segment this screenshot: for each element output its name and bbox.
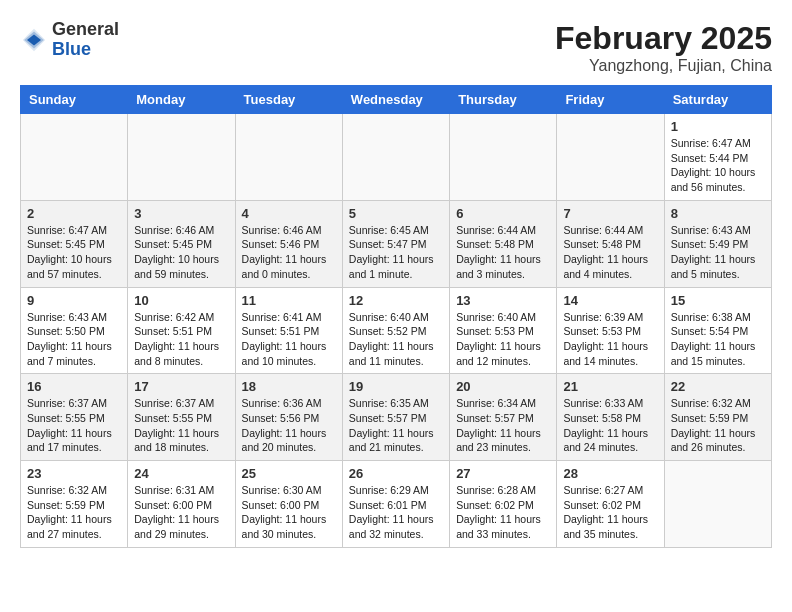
day-info: Sunrise: 6:29 AM Sunset: 6:01 PM Dayligh…	[349, 483, 443, 542]
calendar-cell: 14Sunrise: 6:39 AM Sunset: 5:53 PM Dayli…	[557, 287, 664, 374]
day-info: Sunrise: 6:44 AM Sunset: 5:48 PM Dayligh…	[456, 223, 550, 282]
day-number: 14	[563, 293, 657, 308]
weekday-header: Wednesday	[342, 86, 449, 114]
day-info: Sunrise: 6:46 AM Sunset: 5:46 PM Dayligh…	[242, 223, 336, 282]
calendar-cell: 21Sunrise: 6:33 AM Sunset: 5:58 PM Dayli…	[557, 374, 664, 461]
day-info: Sunrise: 6:37 AM Sunset: 5:55 PM Dayligh…	[134, 396, 228, 455]
header: General Blue February 2025 Yangzhong, Fu…	[20, 20, 772, 75]
calendar-cell: 27Sunrise: 6:28 AM Sunset: 6:02 PM Dayli…	[450, 461, 557, 548]
day-number: 13	[456, 293, 550, 308]
day-number: 20	[456, 379, 550, 394]
day-info: Sunrise: 6:30 AM Sunset: 6:00 PM Dayligh…	[242, 483, 336, 542]
weekday-header: Tuesday	[235, 86, 342, 114]
day-info: Sunrise: 6:38 AM Sunset: 5:54 PM Dayligh…	[671, 310, 765, 369]
calendar-cell: 15Sunrise: 6:38 AM Sunset: 5:54 PM Dayli…	[664, 287, 771, 374]
calendar-cell	[342, 114, 449, 201]
calendar-week-row: 1Sunrise: 6:47 AM Sunset: 5:44 PM Daylig…	[21, 114, 772, 201]
day-number: 9	[27, 293, 121, 308]
calendar-cell: 7Sunrise: 6:44 AM Sunset: 5:48 PM Daylig…	[557, 200, 664, 287]
day-number: 25	[242, 466, 336, 481]
calendar-week-row: 9Sunrise: 6:43 AM Sunset: 5:50 PM Daylig…	[21, 287, 772, 374]
calendar: SundayMondayTuesdayWednesdayThursdayFrid…	[20, 85, 772, 548]
calendar-week-row: 23Sunrise: 6:32 AM Sunset: 5:59 PM Dayli…	[21, 461, 772, 548]
day-info: Sunrise: 6:36 AM Sunset: 5:56 PM Dayligh…	[242, 396, 336, 455]
calendar-cell: 18Sunrise: 6:36 AM Sunset: 5:56 PM Dayli…	[235, 374, 342, 461]
day-number: 22	[671, 379, 765, 394]
day-number: 27	[456, 466, 550, 481]
day-number: 23	[27, 466, 121, 481]
day-number: 5	[349, 206, 443, 221]
day-number: 10	[134, 293, 228, 308]
calendar-cell: 13Sunrise: 6:40 AM Sunset: 5:53 PM Dayli…	[450, 287, 557, 374]
weekday-header: Sunday	[21, 86, 128, 114]
day-number: 11	[242, 293, 336, 308]
day-info: Sunrise: 6:31 AM Sunset: 6:00 PM Dayligh…	[134, 483, 228, 542]
day-number: 12	[349, 293, 443, 308]
calendar-cell	[450, 114, 557, 201]
calendar-cell: 11Sunrise: 6:41 AM Sunset: 5:51 PM Dayli…	[235, 287, 342, 374]
calendar-cell: 17Sunrise: 6:37 AM Sunset: 5:55 PM Dayli…	[128, 374, 235, 461]
calendar-cell: 28Sunrise: 6:27 AM Sunset: 6:02 PM Dayli…	[557, 461, 664, 548]
calendar-cell: 25Sunrise: 6:30 AM Sunset: 6:00 PM Dayli…	[235, 461, 342, 548]
day-number: 7	[563, 206, 657, 221]
day-info: Sunrise: 6:45 AM Sunset: 5:47 PM Dayligh…	[349, 223, 443, 282]
day-info: Sunrise: 6:28 AM Sunset: 6:02 PM Dayligh…	[456, 483, 550, 542]
day-number: 21	[563, 379, 657, 394]
day-info: Sunrise: 6:34 AM Sunset: 5:57 PM Dayligh…	[456, 396, 550, 455]
calendar-cell: 16Sunrise: 6:37 AM Sunset: 5:55 PM Dayli…	[21, 374, 128, 461]
logo-icon	[20, 26, 48, 54]
day-info: Sunrise: 6:35 AM Sunset: 5:57 PM Dayligh…	[349, 396, 443, 455]
location: Yangzhong, Fujian, China	[555, 57, 772, 75]
logo: General Blue	[20, 20, 119, 60]
weekday-header: Monday	[128, 86, 235, 114]
weekday-header-row: SundayMondayTuesdayWednesdayThursdayFrid…	[21, 86, 772, 114]
calendar-cell: 10Sunrise: 6:42 AM Sunset: 5:51 PM Dayli…	[128, 287, 235, 374]
day-info: Sunrise: 6:42 AM Sunset: 5:51 PM Dayligh…	[134, 310, 228, 369]
month-year: February 2025	[555, 20, 772, 57]
calendar-cell: 22Sunrise: 6:32 AM Sunset: 5:59 PM Dayli…	[664, 374, 771, 461]
day-info: Sunrise: 6:39 AM Sunset: 5:53 PM Dayligh…	[563, 310, 657, 369]
calendar-cell: 19Sunrise: 6:35 AM Sunset: 5:57 PM Dayli…	[342, 374, 449, 461]
calendar-cell: 12Sunrise: 6:40 AM Sunset: 5:52 PM Dayli…	[342, 287, 449, 374]
calendar-cell	[128, 114, 235, 201]
calendar-cell: 3Sunrise: 6:46 AM Sunset: 5:45 PM Daylig…	[128, 200, 235, 287]
calendar-cell: 2Sunrise: 6:47 AM Sunset: 5:45 PM Daylig…	[21, 200, 128, 287]
calendar-cell: 6Sunrise: 6:44 AM Sunset: 5:48 PM Daylig…	[450, 200, 557, 287]
day-number: 15	[671, 293, 765, 308]
title-area: February 2025 Yangzhong, Fujian, China	[555, 20, 772, 75]
calendar-cell: 8Sunrise: 6:43 AM Sunset: 5:49 PM Daylig…	[664, 200, 771, 287]
calendar-cell	[21, 114, 128, 201]
day-info: Sunrise: 6:40 AM Sunset: 5:53 PM Dayligh…	[456, 310, 550, 369]
calendar-cell	[664, 461, 771, 548]
day-info: Sunrise: 6:32 AM Sunset: 5:59 PM Dayligh…	[671, 396, 765, 455]
calendar-cell	[235, 114, 342, 201]
day-number: 24	[134, 466, 228, 481]
day-info: Sunrise: 6:41 AM Sunset: 5:51 PM Dayligh…	[242, 310, 336, 369]
day-number: 26	[349, 466, 443, 481]
day-info: Sunrise: 6:33 AM Sunset: 5:58 PM Dayligh…	[563, 396, 657, 455]
day-number: 19	[349, 379, 443, 394]
calendar-cell: 5Sunrise: 6:45 AM Sunset: 5:47 PM Daylig…	[342, 200, 449, 287]
weekday-header: Friday	[557, 86, 664, 114]
day-info: Sunrise: 6:43 AM Sunset: 5:50 PM Dayligh…	[27, 310, 121, 369]
weekday-header: Thursday	[450, 86, 557, 114]
calendar-cell	[557, 114, 664, 201]
calendar-cell: 20Sunrise: 6:34 AM Sunset: 5:57 PM Dayli…	[450, 374, 557, 461]
day-info: Sunrise: 6:43 AM Sunset: 5:49 PM Dayligh…	[671, 223, 765, 282]
calendar-cell: 26Sunrise: 6:29 AM Sunset: 6:01 PM Dayli…	[342, 461, 449, 548]
calendar-cell: 24Sunrise: 6:31 AM Sunset: 6:00 PM Dayli…	[128, 461, 235, 548]
calendar-week-row: 16Sunrise: 6:37 AM Sunset: 5:55 PM Dayli…	[21, 374, 772, 461]
day-number: 1	[671, 119, 765, 134]
day-info: Sunrise: 6:27 AM Sunset: 6:02 PM Dayligh…	[563, 483, 657, 542]
day-info: Sunrise: 6:32 AM Sunset: 5:59 PM Dayligh…	[27, 483, 121, 542]
day-info: Sunrise: 6:44 AM Sunset: 5:48 PM Dayligh…	[563, 223, 657, 282]
day-number: 4	[242, 206, 336, 221]
day-number: 18	[242, 379, 336, 394]
weekday-header: Saturday	[664, 86, 771, 114]
day-info: Sunrise: 6:40 AM Sunset: 5:52 PM Dayligh…	[349, 310, 443, 369]
day-number: 28	[563, 466, 657, 481]
day-number: 16	[27, 379, 121, 394]
calendar-cell: 23Sunrise: 6:32 AM Sunset: 5:59 PM Dayli…	[21, 461, 128, 548]
calendar-cell: 1Sunrise: 6:47 AM Sunset: 5:44 PM Daylig…	[664, 114, 771, 201]
logo-text: General Blue	[52, 20, 119, 60]
